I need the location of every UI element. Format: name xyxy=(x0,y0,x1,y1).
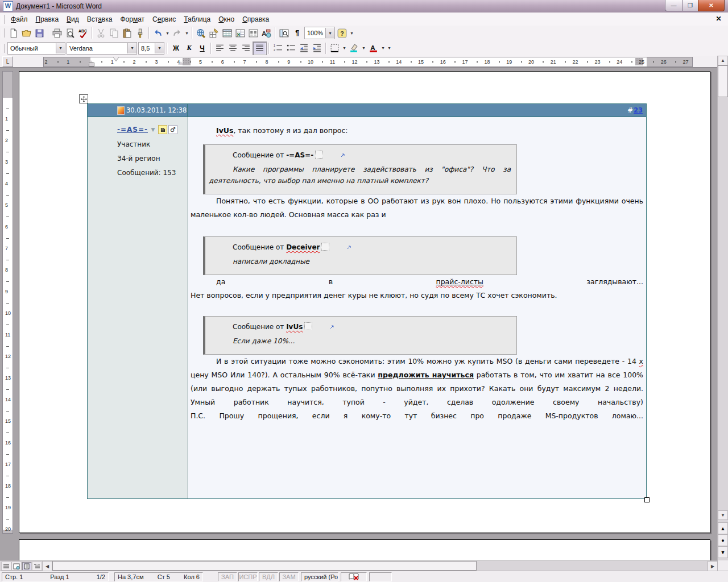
format-painter-button[interactable] xyxy=(134,27,147,39)
cut-button[interactable] xyxy=(94,27,107,39)
highlight-dropdown-icon[interactable]: ▾ xyxy=(361,42,367,55)
vertical-scroll-thumb[interactable] xyxy=(718,65,728,97)
horizontal-scroll-thumb[interactable] xyxy=(52,561,477,571)
font-color-dropdown-icon[interactable]: ▾ xyxy=(380,42,386,55)
menu-item-сервис[interactable]: Сервис xyxy=(148,14,180,25)
document-page-2[interactable] xyxy=(19,539,710,561)
user-dropdown-icon[interactable]: ▼ xyxy=(149,126,157,134)
first-line-indent-marker[interactable] xyxy=(113,57,119,64)
vertical-scrollbar[interactable]: ▲ ▼ ▲ ● ▼ xyxy=(717,56,728,560)
restore-button[interactable]: ❐ xyxy=(682,0,698,11)
horizontal-ruler[interactable]: 2112345678910111213141516171819202122232… xyxy=(43,57,693,67)
post-number-link[interactable]: 23 xyxy=(634,106,643,114)
toolbar-options-icon[interactable]: ▾ xyxy=(386,42,392,55)
tab-selector[interactable]: L xyxy=(2,56,13,67)
print-preview-button[interactable] xyxy=(64,27,77,39)
view-post-icon[interactable] xyxy=(321,243,329,251)
redo-dropdown-icon[interactable]: ▾ xyxy=(184,27,190,39)
toolbar-grip[interactable] xyxy=(2,28,5,38)
numbered-list-button[interactable]: 12 xyxy=(271,42,284,55)
align-left-button[interactable] xyxy=(213,42,226,55)
print-layout-view-button[interactable] xyxy=(22,562,32,571)
report-post-icon[interactable] xyxy=(158,125,167,134)
new-document-button[interactable] xyxy=(7,27,20,39)
toolbar-grip[interactable] xyxy=(2,44,5,53)
insert-hyperlink-button[interactable] xyxy=(195,27,208,39)
italic-button[interactable]: К xyxy=(183,42,196,55)
scroll-right-icon[interactable]: ▶ xyxy=(708,561,718,571)
copy-button[interactable] xyxy=(107,27,121,39)
view-post-icon[interactable] xyxy=(315,151,323,159)
decrease-indent-button[interactable] xyxy=(297,42,311,55)
style-dropdown-icon[interactable]: ▾ xyxy=(56,43,65,53)
scroll-left-icon[interactable]: ◀ xyxy=(42,561,52,571)
menu-item-вставка[interactable]: Вставка xyxy=(83,14,117,25)
save-button[interactable] xyxy=(33,27,46,39)
align-right-button[interactable] xyxy=(239,42,253,55)
paste-button[interactable] xyxy=(121,27,134,39)
previous-page-button[interactable]: ▲ xyxy=(718,522,728,534)
borders-dropdown-icon[interactable]: ▾ xyxy=(341,42,348,55)
close-document-icon[interactable]: ✕ xyxy=(714,14,723,23)
web-layout-view-button[interactable] xyxy=(11,562,22,571)
track-changes-indicator[interactable]: ИСПР xyxy=(238,572,258,581)
menu-grip[interactable] xyxy=(2,15,5,24)
style-combo[interactable]: Обычный ▾ xyxy=(7,42,65,55)
menu-item-вид[interactable]: Вид xyxy=(63,14,83,25)
table-move-handle[interactable] xyxy=(79,94,88,103)
title-bar[interactable]: W Документ1 - Microsoft Word — ❐ ✕ xyxy=(0,0,728,13)
close-button[interactable]: ✕ xyxy=(698,0,725,11)
redo-button[interactable] xyxy=(171,27,184,39)
overtype-indicator[interactable]: ЗАМ xyxy=(279,572,299,581)
insert-excel-button[interactable]: X xyxy=(234,27,247,39)
font-dropdown-icon[interactable]: ▾ xyxy=(127,43,136,53)
document-page-1[interactable]: 30.03.2011, 12:38 #23 -=AS=- ▼ ♂ xyxy=(19,71,710,533)
help-button[interactable]: ? xyxy=(336,27,349,39)
drawing-button[interactable]: A xyxy=(260,27,273,39)
horizontal-scrollbar[interactable]: ◀ ▶ xyxy=(0,560,718,571)
menu-item-таблица[interactable]: Таблица xyxy=(180,14,214,25)
menu-item-формат[interactable]: Формат xyxy=(116,14,148,25)
username-link[interactable]: -=AS=- xyxy=(117,126,148,134)
underline-button[interactable]: Ч xyxy=(196,42,209,55)
highlight-button[interactable] xyxy=(348,42,361,55)
view-post-icon[interactable] xyxy=(304,322,312,330)
record-macro-indicator[interactable]: ЗАП xyxy=(218,572,237,581)
menu-item-справка[interactable]: Справка xyxy=(238,14,273,25)
font-size-combo[interactable]: 8,5 ▾ xyxy=(138,42,164,55)
menu-item-правка[interactable]: Правка xyxy=(32,14,63,25)
spelling-status-icon[interactable] xyxy=(341,572,367,581)
open-button[interactable] xyxy=(20,27,33,39)
font-color-button[interactable]: А xyxy=(367,42,380,55)
font-size-dropdown-icon[interactable]: ▾ xyxy=(155,43,164,53)
bullet-list-button[interactable] xyxy=(284,42,297,55)
justify-button[interactable] xyxy=(253,41,267,55)
toolbar-options-icon[interactable]: ▾ xyxy=(349,27,355,39)
language-indicator[interactable]: русский (Ро xyxy=(301,572,338,581)
menu-item-файл[interactable]: Файл xyxy=(7,14,32,25)
print-button[interactable] xyxy=(51,27,64,39)
undo-dropdown-icon[interactable]: ▾ xyxy=(164,27,171,39)
scroll-down-icon[interactable]: ▼ xyxy=(718,510,728,520)
outline-view-button[interactable] xyxy=(32,562,42,571)
zoom-dropdown-icon[interactable]: ▾ xyxy=(325,28,334,38)
spelling-button[interactable]: ABC xyxy=(77,27,90,39)
zoom-combo[interactable]: 100% ▾ xyxy=(304,27,335,39)
insert-table-button[interactable] xyxy=(221,27,234,39)
bold-button[interactable]: Ж xyxy=(169,42,183,55)
minimize-button[interactable]: — xyxy=(665,0,682,11)
align-center-button[interactable] xyxy=(226,42,239,55)
vertical-ruler[interactable]: 1234567891011121314151617181920 xyxy=(2,71,13,534)
borders-button[interactable] xyxy=(328,42,341,55)
font-combo[interactable]: Verdana ▾ xyxy=(67,42,137,55)
normal-view-button[interactable] xyxy=(1,562,11,571)
extend-selection-indicator[interactable]: ВДЛ xyxy=(259,572,278,581)
scroll-up-icon[interactable]: ▲ xyxy=(718,56,728,65)
menu-item-окно[interactable]: Окно xyxy=(214,14,238,25)
tables-borders-button[interactable] xyxy=(208,27,221,39)
increase-indent-button[interactable] xyxy=(311,42,324,55)
undo-button[interactable] xyxy=(151,27,164,39)
document-map-button[interactable] xyxy=(278,27,291,39)
left-indent-marker[interactable] xyxy=(89,63,94,66)
columns-button[interactable] xyxy=(247,27,260,39)
